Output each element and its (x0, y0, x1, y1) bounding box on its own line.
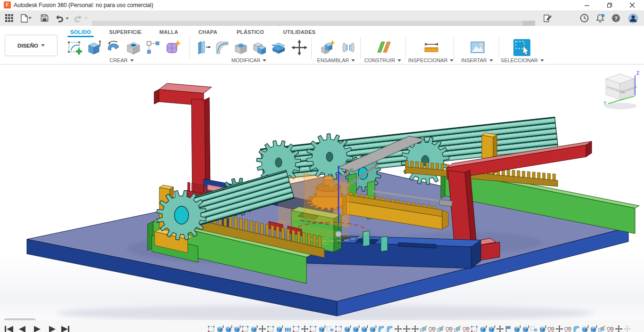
restore-button[interactable] (602, 0, 618, 10)
timeline-feature-sketch[interactable] (309, 325, 317, 332)
group-modificar[interactable]: MODIFICAR (221, 57, 277, 64)
extrude-button[interactable] (85, 39, 103, 57)
redo-button[interactable] (73, 12, 90, 24)
tab-superficie[interactable]: SUPERFICIE (107, 27, 143, 37)
timeline-play-controls[interactable] (2, 325, 73, 332)
timeline-feature-sketch[interactable] (241, 325, 249, 332)
timeline-feature-plane[interactable] (530, 325, 538, 332)
timeline-feature-sketch[interactable] (267, 325, 275, 332)
revolve-button[interactable] (105, 39, 123, 57)
timeline-feature-extrude[interactable] (224, 325, 232, 332)
fillet-button[interactable] (213, 39, 231, 57)
timeline-feature-extrude[interactable] (352, 325, 360, 332)
timeline-feature-move[interactable] (496, 325, 504, 332)
select-button[interactable] (512, 38, 532, 57)
timeline-feature-move[interactable] (301, 325, 309, 332)
save-button[interactable] (40, 12, 49, 24)
split-body-button[interactable] (270, 39, 288, 57)
viewcube[interactable]: POSTERIOR IZQUIERDA Z Y (600, 69, 643, 113)
timeline-feature-component[interactable] (454, 325, 462, 332)
fusion360-window: F Autodesk Fusion 360 (Personal: no para… (0, 0, 644, 332)
timeline-feature-extrude[interactable] (521, 325, 529, 332)
group-crear[interactable]: CREAR (98, 57, 145, 64)
timeline-feature-sketch[interactable] (335, 325, 343, 332)
notifications-bell-icon[interactable] (595, 12, 605, 24)
timeline-feature-extrude[interactable] (589, 325, 597, 332)
shell-button[interactable] (232, 39, 250, 57)
group-seleccionar[interactable]: SELECCIONAR (494, 57, 551, 64)
timeline-feature-move[interactable] (403, 325, 411, 332)
timeline-feature-joint[interactable] (462, 325, 470, 332)
timeline-feature-move-disabled[interactable] (623, 325, 631, 332)
timeline-feature-sketch[interactable] (207, 325, 215, 332)
undo-button[interactable] (54, 12, 71, 24)
minimize-button[interactable] (579, 0, 595, 10)
timeline-feature-component[interactable] (420, 325, 428, 332)
timeline-feature-extrude[interactable] (369, 325, 377, 332)
timeline-feature-flag[interactable] (504, 325, 512, 332)
rectangular-pattern-button[interactable] (144, 39, 162, 57)
tab-solido[interactable]: SOLIDO (67, 27, 94, 37)
timeline-feature-pattern[interactable] (284, 325, 292, 332)
viewport-canvas[interactable]: POSTERIOR IZQUIERDA Z Y (0, 65, 644, 320)
timeline-feature-extrude[interactable] (216, 325, 224, 332)
file-menu-button[interactable] (20, 12, 34, 24)
joint-button[interactable] (339, 39, 357, 57)
timeline-feature-extrude[interactable] (513, 325, 521, 332)
timeline-feature-fillet[interactable] (572, 325, 580, 332)
app-grid-icon[interactable] (4, 12, 14, 24)
timeline-feature-sketch[interactable] (471, 325, 479, 332)
hole-button[interactable] (124, 39, 142, 57)
timeline-feature-fillet[interactable] (386, 325, 394, 332)
timeline-feature-sketch[interactable] (292, 325, 300, 332)
timeline-feature-extrude[interactable] (275, 325, 283, 332)
app-toolbar: pasa paginas v145* × + 1 de 10 ? (0, 10, 644, 26)
timeline-feature-extrude[interactable] (233, 325, 241, 332)
active-tab-underline (67, 36, 94, 37)
timeline-feature-joint[interactable] (606, 325, 614, 332)
timeline-feature-joint[interactable] (428, 325, 436, 332)
model-scene[interactable] (0, 65, 644, 320)
timeline-feature-plane[interactable] (326, 325, 334, 332)
history-clock-icon[interactable] (579, 12, 589, 24)
timeline-feature-component[interactable] (598, 325, 606, 332)
timeline-feature-fillet[interactable] (377, 325, 385, 332)
timeline-feature-extrude[interactable] (250, 325, 258, 332)
tab-utilidades[interactable]: UTILIDADES (283, 27, 316, 37)
insert-image-button[interactable] (469, 39, 487, 57)
help-icon[interactable]: ? (611, 12, 621, 24)
timeline-feature-move[interactable] (394, 325, 402, 332)
close-button[interactable] (624, 0, 640, 10)
move-copy-button[interactable] (290, 39, 308, 57)
user-avatar[interactable] (627, 12, 639, 24)
timeline-feature-extrude[interactable] (581, 325, 589, 332)
timeline-feature-extrude[interactable] (538, 325, 546, 332)
create-form-button[interactable] (164, 39, 182, 57)
tab-malla[interactable]: MALLA (156, 27, 182, 37)
timeline-feature-extrude[interactable] (487, 325, 495, 332)
timeline-feature-extrude[interactable] (360, 325, 368, 332)
timeline-feature-extrude[interactable] (479, 325, 487, 332)
red-bracket-left[interactable] (154, 83, 212, 198)
construct-plane-button[interactable] (375, 39, 393, 57)
combine-button[interactable] (251, 39, 269, 57)
version-flag-icon[interactable] (542, 12, 553, 24)
timeline-feature-joint[interactable] (547, 325, 555, 332)
timeline-feature-joint[interactable] (445, 325, 453, 332)
new-component-button[interactable] (319, 39, 337, 57)
timeline-feature-move[interactable] (615, 325, 623, 332)
timeline-feature-joint[interactable] (564, 325, 572, 332)
create-sketch-button[interactable] (66, 39, 84, 57)
timeline-feature-move[interactable] (258, 325, 266, 332)
timeline-feature-extrude[interactable] (343, 325, 351, 332)
fusion-logo-icon: F (4, 1, 11, 8)
timeline-feature-move[interactable] (555, 325, 563, 332)
timeline-feature-component[interactable] (437, 325, 445, 332)
press-pull-button[interactable] (194, 39, 212, 57)
tab-chapa[interactable]: CHAPA (195, 27, 221, 37)
tab-plastico[interactable]: PLÁSTICO (236, 27, 265, 37)
timeline-feature-extrude[interactable] (318, 325, 326, 332)
measure-button[interactable] (422, 39, 440, 57)
timeline-feature-move[interactable] (411, 325, 419, 332)
workspace-selector[interactable]: DISEÑO (5, 35, 58, 56)
